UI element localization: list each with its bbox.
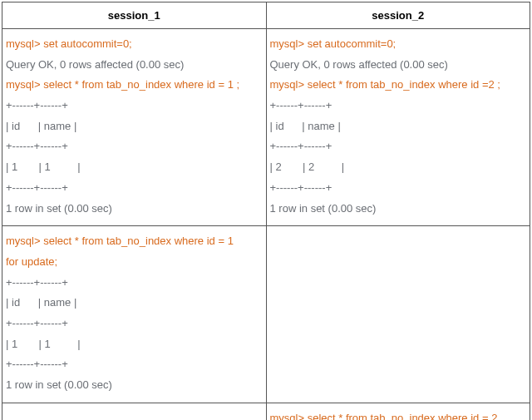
- ascii-sep: +------+------+: [6, 273, 263, 294]
- sql-output: Query OK, 0 rows affected (0.00 sec): [6, 55, 263, 76]
- cell-s2-step2: [266, 226, 530, 403]
- ascii-sep: +------+------+: [6, 314, 263, 334]
- ascii-row: | 1 | 1 |: [6, 334, 263, 355]
- sql-command: for update;: [6, 252, 263, 273]
- step-row-2: mysql> select * from tab_no_index where …: [2, 226, 530, 403]
- cell-s1-step2: mysql> select * from tab_no_index where …: [2, 226, 267, 403]
- ascii-sep: +------+------+: [270, 136, 527, 157]
- sql-command: mysql> set autocommit=0;: [6, 34, 263, 55]
- ascii-sep: +------+------+: [6, 96, 263, 116]
- rows-summary: 1 row in set (0.00 sec): [6, 375, 263, 396]
- ascii-sep: +------+------+: [270, 96, 527, 116]
- sql-output: Query OK, 0 rows affected (0.00 sec): [270, 55, 527, 76]
- sql-command: mysql> select * from tab_no_index where …: [6, 75, 263, 96]
- cell-s1-step1: mysql> set autocommit=0; Query OK, 0 row…: [2, 29, 267, 226]
- rows-summary: 1 row in set (0.00 sec): [270, 199, 527, 220]
- rows-summary: 1 row in set (0.00 sec): [6, 199, 263, 220]
- cell-s1-step3: [2, 403, 267, 420]
- ascii-sep: +------+------+: [6, 178, 263, 199]
- session-comparison-table: session_1 session_2 mysql> set autocommi…: [2, 2, 530, 420]
- cell-s2-step3: mysql> select * from tab_no_index where …: [266, 403, 530, 420]
- sql-command: mysql> set autocommit=0;: [270, 34, 527, 55]
- ascii-sep: +------+------+: [6, 354, 263, 375]
- header-session-2: session_2: [266, 2, 530, 29]
- ascii-header: | id | name |: [6, 293, 263, 314]
- ascii-header: | id | name |: [6, 116, 263, 137]
- sql-command: mysql> select * from tab_no_index where …: [270, 75, 527, 96]
- cell-s2-step1: mysql> set autocommit=0; Query OK, 0 row…: [266, 29, 530, 226]
- step-row-1: mysql> set autocommit=0; Query OK, 0 row…: [2, 29, 530, 226]
- ascii-header: | id | name |: [270, 116, 527, 137]
- sql-command: mysql> select * from tab_no_index where …: [270, 408, 527, 420]
- ascii-sep: +------+------+: [6, 136, 263, 157]
- step-row-3: mysql> select * from tab_no_index where …: [2, 403, 530, 420]
- ascii-sep: +------+------+: [270, 178, 527, 199]
- ascii-row: | 2 | 2 |: [270, 157, 527, 178]
- ascii-row: | 1 | 1 |: [6, 157, 263, 178]
- sql-command: mysql> select * from tab_no_index where …: [6, 231, 263, 252]
- header-session-1: session_1: [2, 2, 267, 29]
